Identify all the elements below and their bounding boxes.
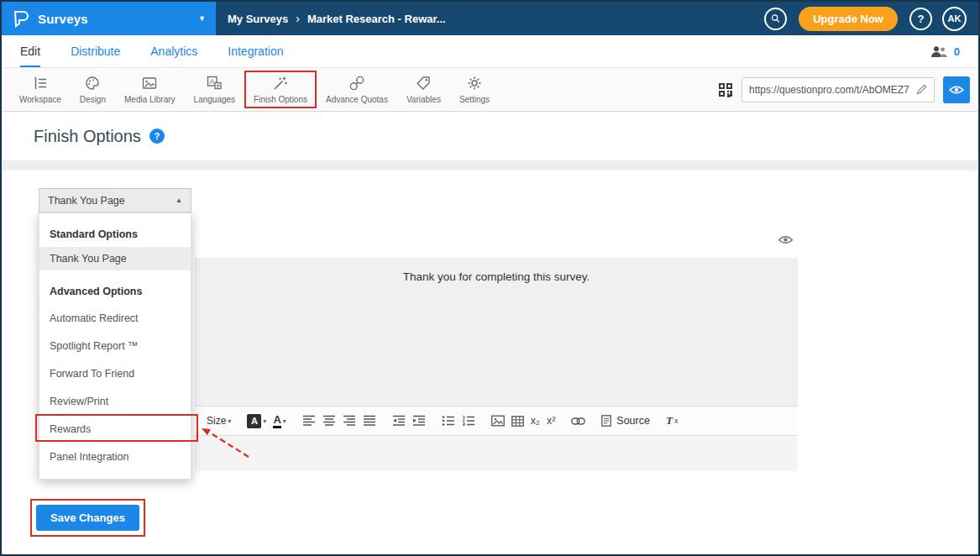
- finish-option-menu: Standard Options Thank You Page Advanced…: [39, 212, 191, 480]
- qr-code-icon[interactable]: [718, 82, 733, 97]
- ribbon-item-advance-quotas[interactable]: Advance Quotas: [317, 71, 397, 108]
- chevron-down-icon: ▾: [228, 417, 231, 425]
- indent-icon: [412, 415, 426, 427]
- menu-item-forward-to-friend[interactable]: Forward To Friend: [39, 359, 191, 387]
- palette-icon: [84, 75, 101, 92]
- ribbon-item-settings[interactable]: Settings: [450, 71, 499, 108]
- ribbon-right: https://questionpro.com/t/AbOMEZ7: [718, 76, 970, 103]
- preview-survey-button[interactable]: [943, 76, 970, 103]
- superscript-button[interactable]: x²: [547, 415, 555, 427]
- size-label: Size: [207, 415, 226, 427]
- tab-analytics[interactable]: Analytics: [150, 35, 197, 67]
- menu-item-spotlight-report[interactable]: Spotlight Report ™: [39, 332, 191, 359]
- numbered-list-icon: [462, 415, 475, 427]
- pencil-icon[interactable]: [916, 84, 927, 95]
- numbered-list-button[interactable]: [462, 415, 475, 427]
- bulleted-list-button[interactable]: [442, 415, 455, 427]
- link-button[interactable]: [571, 417, 585, 425]
- remove-format-t: T: [666, 414, 673, 427]
- ribbon-item-finish-options[interactable]: Finish Options: [244, 71, 317, 108]
- save-changes-button[interactable]: Save Changes: [36, 505, 139, 531]
- finish-option-select[interactable]: Thank You Page ▲: [39, 188, 191, 212]
- ribbon-label: Languages: [194, 95, 236, 104]
- align-center-button[interactable]: [322, 415, 336, 427]
- menu-item-thank-you-page[interactable]: Thank You Page: [39, 247, 191, 270]
- align-right-icon: [343, 415, 356, 427]
- chevron-down-icon[interactable]: ▼: [198, 14, 206, 23]
- collaborators-count: 0: [954, 45, 960, 58]
- ribbon-label: Workspace: [19, 95, 61, 104]
- menu-item-rewards[interactable]: Rewards: [39, 415, 191, 443]
- ribbon-item-design[interactable]: Design: [71, 71, 115, 108]
- survey-url-field[interactable]: https://questionpro.com/t/AbOMEZ7: [742, 77, 935, 102]
- size-select[interactable]: Size ▾: [207, 415, 231, 427]
- tag-icon: [415, 75, 432, 92]
- translate-icon: A: [206, 75, 223, 92]
- page-help-button[interactable]: ?: [149, 129, 165, 144]
- collaborators-indicator[interactable]: 0: [930, 35, 960, 67]
- page-header: Finish Options ?: [2, 112, 978, 160]
- align-justify-icon: [363, 415, 376, 427]
- remove-format-button[interactable]: Tx: [666, 414, 678, 427]
- background-color-button[interactable]: A ▾: [247, 414, 266, 428]
- message-preview-area[interactable]: Thank you for completing this survey.: [195, 258, 798, 406]
- source-button[interactable]: Source: [601, 415, 650, 427]
- questionpro-app-window: Surveys ▼ My Surveys › Market Research -…: [0, 0, 980, 556]
- tab-integration[interactable]: Integration: [228, 35, 283, 67]
- align-justify-button[interactable]: [363, 415, 376, 427]
- magic-wand-icon: [272, 75, 289, 92]
- align-right-button[interactable]: [343, 415, 356, 427]
- menu-item-review-print[interactable]: Review/Print: [39, 387, 191, 415]
- text-color-button[interactable]: A ▾: [273, 414, 286, 428]
- menu-gap: [39, 270, 191, 279]
- search-icon: [771, 13, 780, 24]
- topbar-main: My Surveys › Market Research - Rewar... …: [216, 2, 978, 35]
- help-button[interactable]: ?: [909, 8, 932, 30]
- ribbon-label: Finish Options: [254, 95, 307, 104]
- ribbon-item-languages[interactable]: A Languages: [185, 71, 245, 108]
- save-highlight-annotation: Save Changes: [30, 499, 145, 537]
- bg-color-swatch: A: [247, 414, 261, 428]
- ribbon-item-media-library[interactable]: Media Library: [115, 71, 185, 108]
- page-title: Finish Options: [34, 127, 141, 146]
- people-icon: [930, 45, 948, 58]
- avatar[interactable]: AK: [942, 7, 967, 31]
- tab-edit[interactable]: Edit: [20, 35, 40, 67]
- tab-distribute[interactable]: Distribute: [71, 35, 120, 67]
- ribbon-label: Design: [80, 95, 106, 104]
- breadcrumb-survey-name[interactable]: Market Research - Rewar...: [307, 13, 446, 25]
- editor-toolbar: Size ▾ A ▾ A ▾: [195, 406, 798, 436]
- languages-glyph: A: [210, 77, 215, 86]
- section-divider: [2, 160, 978, 170]
- menu-item-panel-integration[interactable]: Panel Integration: [39, 443, 191, 470]
- chevron-down-icon: ▾: [263, 417, 266, 425]
- subscript-button[interactable]: x₂: [531, 415, 540, 427]
- table-icon: [511, 416, 524, 427]
- survey-url-text: https://questionpro.com/t/AbOMEZ7: [749, 84, 911, 96]
- workspace-icon: [32, 75, 49, 92]
- product-name: Surveys: [38, 12, 88, 26]
- finish-options-content: Thank You Page ▲ Standard Options Thank …: [2, 170, 978, 554]
- menu-group-advanced-options: Advanced Options: [39, 279, 191, 304]
- upgrade-now-button[interactable]: Upgrade Now: [799, 7, 898, 31]
- chevron-down-icon: ▾: [283, 417, 286, 425]
- align-left-button[interactable]: [302, 415, 316, 427]
- bulleted-list-icon: [442, 415, 455, 427]
- message-preview-eye-icon[interactable]: [778, 234, 794, 245]
- insert-image-button[interactable]: [491, 415, 505, 427]
- remove-format-x: x: [674, 417, 679, 425]
- source-doc-icon: [601, 415, 611, 427]
- insert-table-button[interactable]: [511, 416, 524, 427]
- indent-button[interactable]: [412, 415, 426, 427]
- menu-group-standard-options: Standard Options: [39, 222, 191, 247]
- gear-icon: [466, 75, 483, 92]
- menu-item-automatic-redirect[interactable]: Automatic Redirect: [39, 304, 191, 332]
- editor-input-area[interactable]: [195, 436, 798, 471]
- search-button[interactable]: [764, 8, 787, 30]
- ribbon-label: Variables: [406, 95, 441, 104]
- breadcrumb-my-surveys[interactable]: My Surveys: [228, 13, 288, 25]
- ribbon-item-variables[interactable]: Variables: [397, 71, 450, 108]
- product-switcher[interactable]: Surveys ▼: [2, 2, 216, 35]
- ribbon-item-workspace[interactable]: Workspace: [10, 71, 71, 108]
- outdent-button[interactable]: [392, 415, 406, 427]
